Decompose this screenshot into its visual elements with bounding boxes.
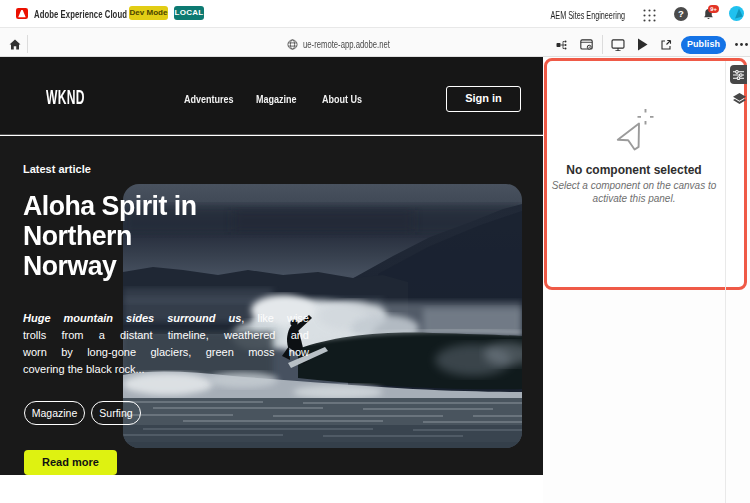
- svg-text:?: ?: [678, 8, 684, 19]
- svg-text:9+: 9+: [710, 6, 717, 12]
